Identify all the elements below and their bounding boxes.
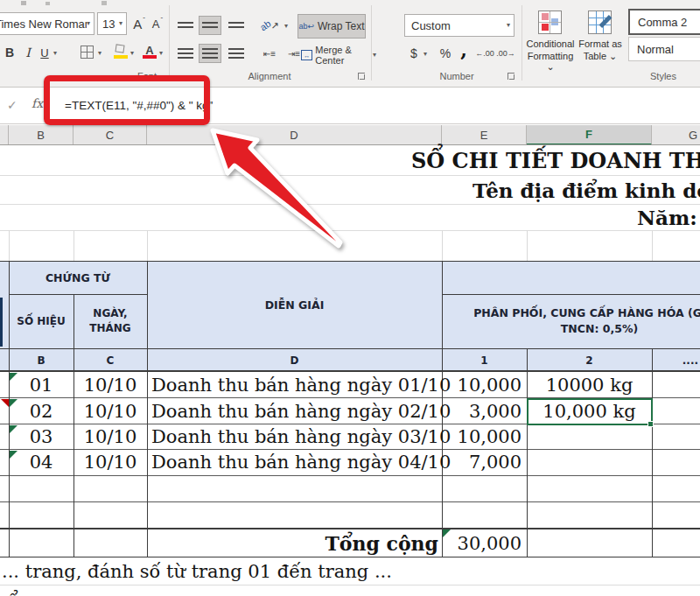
subheader-col-b[interactable]: B — [9, 348, 74, 372]
cell-dien-giai[interactable]: Doanh thu bán hàng ngày 04/10 — [151, 450, 440, 474]
underline-button[interactable]: U — [38, 42, 52, 63]
cell-ngay[interactable]: 10/10 — [74, 424, 147, 449]
cell-so-hieu[interactable]: 02 — [9, 398, 74, 424]
gridline — [442, 230, 443, 261]
column-header-a-partial[interactable] — [0, 125, 9, 145]
align-middle-icon — [202, 22, 218, 29]
subheader-col-1[interactable]: 1 — [442, 348, 527, 372]
cell-value[interactable]: 7,000 — [442, 450, 522, 474]
footer-note-cell[interactable]: ... trang, đánh số từ trang 01 đến trang… — [2, 558, 392, 585]
style-gallery-item-comma2[interactable]: Comma 2 — [628, 9, 700, 35]
conditional-formatting-button[interactable]: Conditional Formatting ⌄ — [525, 9, 576, 70]
column-header-c[interactable]: C — [74, 125, 147, 145]
number-format-combo[interactable]: Custom ▾ — [404, 14, 514, 37]
chevron-down-icon[interactable]: ▾ — [98, 50, 102, 57]
align-bottom-button[interactable] — [225, 16, 248, 35]
merge-center-button[interactable]: ↔ Merge & Center ▾ — [301, 44, 376, 67]
comment-indicator-triangle — [1, 399, 9, 407]
column-header-d[interactable]: D — [147, 125, 442, 145]
font-name-combo[interactable]: Times New Roman ▾ — [0, 12, 94, 35]
cell-dien-giai[interactable]: Doanh thu bán hàng ngày 02/10 — [151, 398, 440, 424]
header-so-hieu[interactable]: SỐ HIỆU — [9, 294, 74, 348]
column-header-g[interactable]: G — [652, 125, 700, 145]
cell-qty[interactable]: 10000 kg — [527, 372, 652, 397]
cell-so-hieu[interactable]: 03 — [9, 424, 74, 449]
comma-style-button[interactable]: , — [457, 39, 471, 61]
number-dialog-launcher[interactable] — [508, 73, 514, 80]
style-gallery-item-normal[interactable]: Normal — [628, 37, 700, 61]
header-phan-phoi[interactable]: PHÂN PHỐI, CUNG CẤP HÀNG HÓA (GTGT TNCN:… — [442, 294, 700, 348]
cell-dien-giai[interactable]: Doanh thu bán hàng ngày 03/10 — [151, 424, 440, 449]
cell-value[interactable]: 3,000 — [442, 398, 522, 424]
italic-button[interactable]: I — [21, 42, 35, 63]
selected-cell-outline[interactable] — [527, 398, 653, 425]
decrease-indent-button[interactable]: ⇤≡ — [259, 44, 280, 63]
header-chung-tu[interactable]: CHỨNG TỪ — [9, 261, 147, 294]
conditional-formatting-icon — [538, 11, 562, 34]
fx-icon[interactable]: fx — [32, 96, 43, 110]
subheader-col-2[interactable]: 2 — [527, 348, 652, 372]
header-dien-giai[interactable]: DIỄN GIẢI — [147, 261, 442, 348]
bold-button[interactable]: B — [2, 42, 18, 63]
subheader-col-dots[interactable]: .... — [652, 348, 698, 372]
font-name-value: Times New Roman — [0, 18, 87, 31]
sheet-year-cell[interactable]: Năm: 2 — [637, 205, 700, 230]
column-header-f-selected[interactable]: F — [527, 125, 652, 145]
gridline — [0, 204, 700, 205]
column-header-b[interactable]: B — [9, 125, 74, 145]
grow-font-button[interactable]: Aˆ — [130, 13, 148, 34]
cell-dien-giai[interactable]: Doanh thu bán hàng ngày 01/10 — [151, 372, 440, 397]
increase-indent-icon: ⇥≡ — [288, 49, 300, 59]
chevron-down-icon[interactable]: ▾ — [284, 23, 288, 30]
font-size-combo[interactable]: 13 ▾ — [97, 12, 127, 35]
font-color-button[interactable]: A — [143, 42, 157, 60]
chevron-down-icon[interactable]: ▾ — [159, 50, 163, 57]
percent-style-button[interactable]: % — [437, 44, 454, 63]
formula-input[interactable]: =TEXT(E11, "#,##0") & " kg" — [65, 99, 213, 112]
cell-value[interactable]: 10,000 — [442, 424, 522, 449]
borders-button[interactable] — [80, 46, 94, 59]
align-left-button[interactable] — [174, 44, 197, 63]
align-center-button[interactable] — [199, 44, 221, 63]
align-top-button[interactable] — [174, 16, 197, 35]
decrease-decimal-button[interactable]: .00→ — [495, 46, 516, 61]
cell-ngay[interactable]: 10/10 — [74, 372, 147, 397]
cell-total-value[interactable]: 30,000 — [442, 529, 522, 557]
align-middle-button[interactable] — [199, 16, 221, 35]
cell-value[interactable]: 10,000 — [442, 372, 522, 397]
wrap-text-button[interactable]: ab↩ Wrap Text — [298, 14, 366, 39]
header-ngay-line2: THÁNG — [89, 321, 130, 336]
format-as-table-button[interactable]: Format as Table ⌄ — [576, 9, 625, 70]
subheader-col-d[interactable]: D — [147, 348, 442, 372]
cell-total-label[interactable]: Tổng cộng — [147, 529, 438, 557]
column-header-e[interactable]: E — [442, 125, 527, 145]
table-border — [0, 261, 700, 262]
header-ngay-thang[interactable]: NGÀY, THÁNG — [74, 294, 147, 348]
orientation-button[interactable]: ab↗ — [257, 16, 282, 35]
sheet-title-cell[interactable]: SỔ CHI TIẾT DOANH THU B — [411, 146, 700, 175]
cell-so-hieu[interactable]: 04 — [9, 450, 74, 474]
chevron-down-icon[interactable]: ▾ — [130, 50, 134, 57]
accounting-format-button[interactable]: $ — [406, 44, 422, 63]
gridline — [9, 230, 10, 261]
fill-color-button[interactable] — [114, 44, 128, 60]
subheader-col-c[interactable]: C — [74, 348, 147, 372]
increase-decimal-button[interactable]: ←.00 — [474, 46, 495, 61]
format-as-table-label1: Format as — [576, 39, 625, 49]
chevron-down-icon[interactable]: ▾ — [424, 51, 427, 58]
enter-check-icon[interactable]: ✓ — [7, 98, 18, 112]
cell-ngay[interactable]: 10/10 — [74, 450, 147, 474]
fill-color-swatch — [114, 55, 128, 59]
shrink-font-button[interactable]: Aˇ — [149, 13, 166, 34]
sheet-subtitle-cell[interactable]: Tên địa điểm kinh doanh — [472, 176, 700, 204]
group-divider — [169, 5, 170, 81]
cell-ngay[interactable]: 10/10 — [74, 398, 147, 424]
tab-strip-fragment — [102, 1, 107, 5]
align-right-button[interactable] — [225, 44, 248, 63]
chevron-down-icon[interactable]: ▾ — [53, 50, 57, 57]
decrease-decimal-icon: .00→ — [496, 49, 515, 58]
error-indicator-triangle — [10, 451, 18, 459]
cell-so-hieu[interactable]: 01 — [9, 372, 74, 397]
alignment-dialog-launcher[interactable] — [358, 73, 365, 80]
fill-handle[interactable] — [648, 421, 654, 427]
